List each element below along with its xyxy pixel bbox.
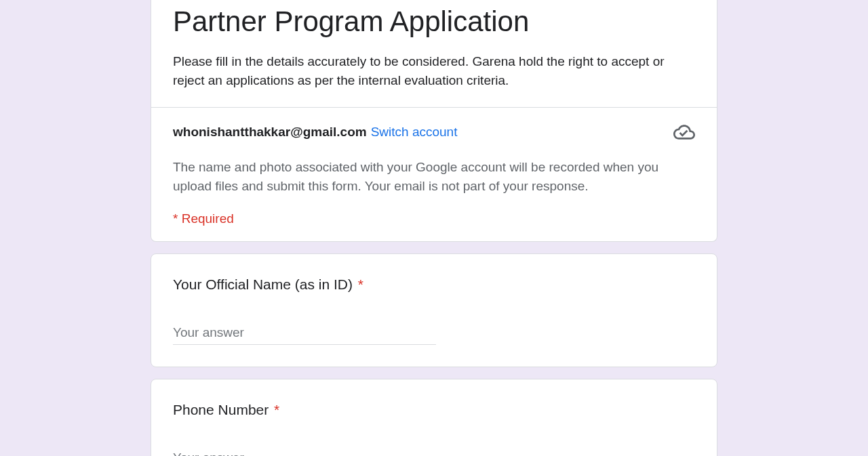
- account-disclosure: The name and photo associated with your …: [173, 158, 695, 196]
- form-title: Partner Program Application: [173, 0, 695, 47]
- form-description: Please fill in the details accurately to…: [173, 47, 695, 91]
- account-email: whonishantthakkar@gmail.com: [173, 125, 367, 140]
- account-section: whonishantthakkar@gmail.com Switch accou…: [151, 107, 717, 241]
- account-info: whonishantthakkar@gmail.com Switch accou…: [173, 125, 457, 140]
- form-container: Partner Program Application Please fill …: [151, 0, 717, 456]
- question-card-name: Your Official Name (as in ID) *: [151, 253, 717, 367]
- question-label: Phone Number *: [173, 400, 695, 419]
- switch-account-link[interactable]: Switch account: [371, 125, 458, 140]
- question-label-text: Your Official Name (as in ID): [173, 276, 353, 292]
- cloud-done-icon: [673, 121, 695, 143]
- header-content: Partner Program Application Please fill …: [151, 0, 717, 107]
- question-label-text: Phone Number: [173, 402, 269, 417]
- required-asterisk: *: [358, 276, 363, 292]
- question-label: Your Official Name (as in ID) *: [173, 274, 695, 294]
- question-card-phone: Phone Number *: [151, 379, 717, 456]
- required-legend: * Required: [173, 211, 695, 226]
- phone-input[interactable]: [173, 447, 436, 456]
- name-input[interactable]: [173, 321, 436, 345]
- form-header-card: Partner Program Application Please fill …: [151, 0, 717, 242]
- required-asterisk: *: [274, 402, 279, 417]
- account-row: whonishantthakkar@gmail.com Switch accou…: [173, 121, 695, 143]
